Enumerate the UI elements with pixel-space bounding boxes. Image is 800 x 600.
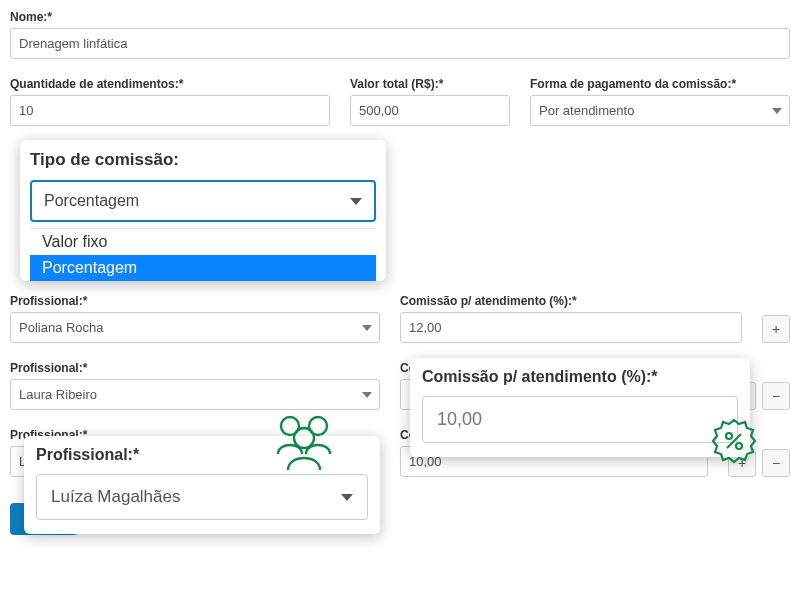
- prof1-select[interactable]: Poliana Rocha: [10, 312, 380, 343]
- chevron-down-icon: [350, 198, 362, 205]
- nome-label: Nome:*: [10, 10, 790, 24]
- prof2-label: Profissional:*: [10, 361, 380, 375]
- qtd-input[interactable]: [10, 95, 330, 126]
- tipo-comissao-popup: Tipo de comissão: Porcentagem Valor fixo…: [20, 140, 386, 281]
- comm1-input[interactable]: [400, 312, 742, 343]
- profissional-highlight-popup: Profissional:* Luíza Magalhães: [24, 436, 380, 534]
- percent-badge-icon: [710, 417, 758, 465]
- tipo-selected-value: Porcentagem: [44, 192, 139, 210]
- tipo-option-valor-fixo[interactable]: Valor fixo: [30, 229, 376, 255]
- svg-point-0: [726, 433, 732, 439]
- remove-row-button-2[interactable]: −: [762, 382, 790, 410]
- tipo-title: Tipo de comissão:: [30, 150, 376, 170]
- people-group-icon: [268, 404, 340, 476]
- profissional-highlight-select[interactable]: Luíza Magalhães: [36, 474, 368, 520]
- remove-row-button-3[interactable]: −: [762, 449, 790, 477]
- prof1-label: Profissional:*: [10, 294, 380, 308]
- comm1-label: Comissão p/ atendimento (%):*: [400, 294, 742, 308]
- qtd-label: Quantidade de atendimentos:*: [10, 77, 330, 91]
- tipo-option-porcentagem[interactable]: Porcentagem: [30, 255, 376, 281]
- comissao-highlight-popup: Comissão p/ atendimento (%):*: [410, 358, 750, 457]
- svg-line-2: [727, 434, 741, 448]
- add-row-button-1[interactable]: +: [762, 315, 790, 343]
- forma-label: Forma de pagamento da comissão:*: [530, 77, 790, 91]
- profissional-highlight-value: Luíza Magalhães: [51, 487, 180, 507]
- valor-label: Valor total (R$):*: [350, 77, 510, 91]
- forma-select[interactable]: Por atendimento: [530, 95, 790, 126]
- svg-point-5: [294, 428, 314, 448]
- valor-input[interactable]: [350, 95, 510, 126]
- chevron-down-icon: [341, 494, 353, 501]
- tipo-select[interactable]: Porcentagem: [30, 180, 376, 222]
- nome-input[interactable]: [10, 28, 790, 59]
- comissao-highlight-input[interactable]: [422, 396, 738, 443]
- comissao-highlight-title: Comissão p/ atendimento (%):*: [422, 368, 738, 386]
- svg-point-1: [736, 443, 742, 449]
- tipo-dropdown: Valor fixo Porcentagem: [30, 228, 376, 281]
